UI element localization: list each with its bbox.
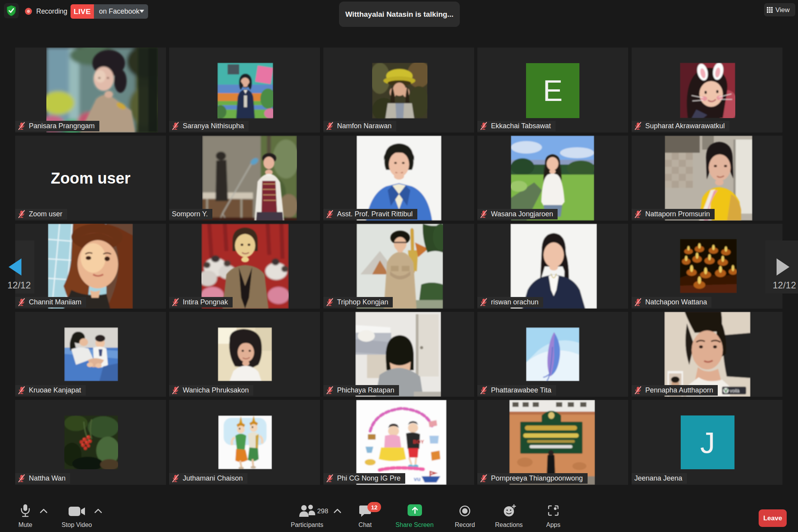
svg-text:BOY: BOY — [413, 439, 424, 445]
svg-text:vu: vu — [414, 475, 421, 482]
svg-text:voilà: voilà — [730, 388, 740, 394]
